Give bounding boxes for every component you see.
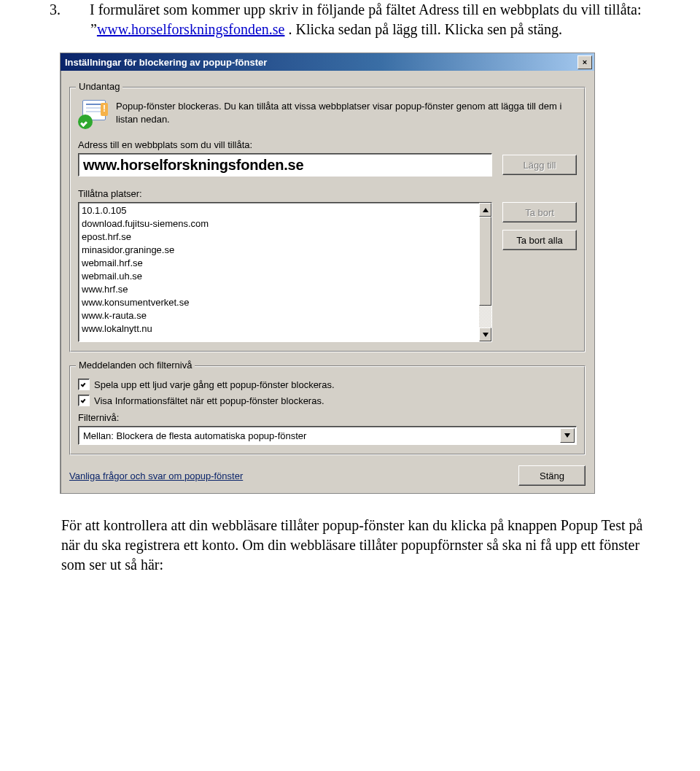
exceptions-legend: Undantag: [76, 81, 122, 92]
list-item[interactable]: webmail.uh.se: [82, 270, 479, 283]
popup-settings-dialog: Inställningar för blockering av popup-fö…: [60, 53, 595, 494]
list-item[interactable]: download.fujitsu-siemens.com: [82, 217, 479, 230]
close-button[interactable]: Stäng: [518, 465, 586, 486]
step-text-b: . Klicka sedan på lägg till. Klicka sen …: [284, 21, 561, 37]
scroll-thumb[interactable]: [479, 217, 491, 306]
exceptions-groupbox: Undantag ! Popup-fönster blockeras. Du k…: [69, 87, 586, 352]
faq-link[interactable]: Vanliga frågor och svar om popup-fönster: [69, 470, 243, 481]
play-sound-label: Spela upp ett ljud varje gång ett popup-…: [94, 379, 335, 390]
step-link[interactable]: www.horselforskningsfonden.se: [97, 21, 285, 37]
list-item[interactable]: webmail.hrf.se: [82, 257, 479, 270]
dialog-close-button[interactable]: ×: [578, 55, 592, 69]
list-item[interactable]: minasidor.graninge.se: [82, 244, 479, 257]
scroll-up-button[interactable]: [479, 203, 491, 217]
listbox-scrollbar[interactable]: [479, 203, 491, 341]
popup-allow-icon: !: [78, 100, 109, 129]
list-item[interactable]: epost.hrf.se: [82, 230, 479, 244]
svg-marker-0: [483, 208, 489, 212]
allowed-listbox[interactable]: 10.1.0.105download.fujitsu-siemens.comep…: [78, 202, 492, 342]
filter-level-dropdown[interactable]: Mellan: Blockera de flesta automatiska p…: [78, 426, 577, 445]
add-button[interactable]: Lägg till: [502, 155, 577, 175]
list-item[interactable]: www.k-rauta.se: [82, 309, 479, 322]
close-icon: ×: [583, 58, 587, 66]
settings-legend: Meddelanden och filternivå: [76, 360, 195, 371]
remove-button[interactable]: Ta bort: [502, 202, 577, 222]
chevron-up-icon: [483, 207, 489, 213]
filter-level-label: Filternivå:: [78, 412, 577, 423]
chevron-down-icon: [564, 433, 570, 438]
list-item[interactable]: www.lokalnytt.nu: [82, 322, 479, 336]
remove-all-button[interactable]: Ta bort alla: [502, 230, 577, 250]
exceptions-description: Popup-fönster blockeras. Du kan tillåta …: [116, 100, 577, 125]
chevron-down-icon: [483, 332, 489, 338]
url-input[interactable]: www.horselforskningsfonden.se: [78, 153, 492, 177]
settings-groupbox: Meddelanden och filternivå Spela upp ett…: [69, 365, 586, 455]
step-number: 3.: [70, 0, 86, 20]
dialog-title: Inställningar för blockering av popup-fö…: [65, 57, 267, 68]
scroll-down-button[interactable]: [479, 328, 491, 341]
svg-marker-2: [564, 433, 570, 438]
filter-level-value: Mellan: Blockera de flesta automatiska p…: [79, 427, 559, 444]
list-item[interactable]: www.konsumentverket.se: [82, 296, 479, 309]
list-item[interactable]: www.hrf.se: [82, 283, 479, 296]
dialog-titlebar: Inställningar för blockering av popup-fö…: [61, 53, 594, 71]
dropdown-button[interactable]: [560, 428, 575, 443]
svg-marker-1: [483, 333, 489, 337]
instruction-step: 3. I formuläret som kommer upp skriv in …: [61, 0, 660, 39]
url-field-label: Adress till en webbplats som du vill til…: [78, 139, 577, 150]
show-infobar-checkbox[interactable]: [78, 395, 90, 406]
allowed-label: Tillåtna platser:: [78, 188, 577, 199]
play-sound-checkbox[interactable]: [78, 379, 90, 390]
list-item[interactable]: 10.1.0.105: [82, 204, 479, 217]
outro-paragraph: För att kontrollera att din webbläsare t…: [61, 516, 660, 575]
show-infobar-label: Visa Informationsfältet när ett popup-fö…: [94, 395, 324, 406]
